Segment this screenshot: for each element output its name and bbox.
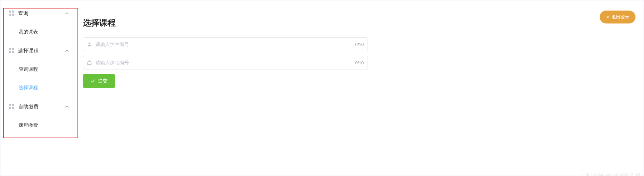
- svg-point-1: [89, 61, 90, 62]
- sidebar-item-label: 课程缴费: [19, 122, 38, 128]
- sidebar-item-label: 选择课程: [19, 85, 38, 91]
- char-counter: 0/10: [355, 60, 364, 65]
- submit-button[interactable]: 提交: [83, 74, 115, 88]
- course-id-field-wrap: 0/10: [83, 56, 368, 69]
- header-row: 选择课程 ✕ 退出登录: [83, 11, 635, 28]
- chevron-up-icon: [65, 49, 69, 53]
- menu-label: 查询: [18, 10, 65, 17]
- course-id-input[interactable]: [83, 56, 368, 69]
- select-course-form: 0/10 0/10 提交: [83, 37, 368, 88]
- check-icon: [90, 79, 95, 83]
- sidebar-item-label: 查询课程: [19, 66, 38, 73]
- grid-icon: [9, 48, 15, 53]
- close-icon: ✕: [606, 15, 610, 19]
- sidebar: 查询 我的课表 选择课程 查询课程 选择课程 自助缴费: [0, 0, 76, 176]
- grid-icon: [9, 104, 15, 109]
- app-container: 查询 我的课表 选择课程 查询课程 选择课程 自助缴费: [0, 0, 644, 176]
- page-title: 选择课程: [83, 11, 116, 28]
- chevron-up-icon: [65, 105, 69, 109]
- main-content: 选择课程 ✕ 退出登录 0/10 0/10 提交 https://blo: [76, 0, 644, 176]
- menu-group-select-course: 选择课程 查询课程 选择课程: [0, 41, 76, 97]
- sidebar-item-my-schedule[interactable]: 我的课表: [0, 23, 76, 41]
- sidebar-item-course-payment[interactable]: 课程缴费: [0, 116, 76, 134]
- logout-label: 退出登录: [612, 14, 629, 20]
- menu-group-query: 查询 我的课表: [0, 4, 76, 41]
- watermark-text: https://blog.csdn.net/Mr_BigG: [583, 172, 640, 176]
- menu-title-select-course[interactable]: 选择课程: [0, 41, 76, 60]
- menu-title-payment[interactable]: 自助缴费: [0, 97, 76, 116]
- chevron-up-icon: [65, 11, 69, 15]
- menu-label: 选择课程: [18, 48, 65, 54]
- user-icon: [87, 42, 92, 47]
- sidebar-item-label: 我的课表: [19, 29, 38, 35]
- tag-icon: [87, 60, 92, 65]
- grid-icon: [9, 11, 15, 16]
- char-counter: 0/10: [355, 42, 364, 47]
- sidebar-item-query-course[interactable]: 查询课程: [0, 60, 76, 79]
- logout-button[interactable]: ✕ 退出登录: [600, 11, 635, 23]
- submit-label: 提交: [98, 78, 108, 84]
- menu-title-query[interactable]: 查询: [0, 4, 76, 23]
- student-id-field-wrap: 0/10: [83, 37, 368, 51]
- sidebar-item-select-course[interactable]: 选择课程: [0, 79, 76, 97]
- svg-point-0: [88, 43, 90, 44]
- menu-label: 自助缴费: [18, 103, 65, 110]
- student-id-input[interactable]: [83, 37, 368, 51]
- menu-group-payment: 自助缴费 课程缴费: [0, 97, 76, 134]
